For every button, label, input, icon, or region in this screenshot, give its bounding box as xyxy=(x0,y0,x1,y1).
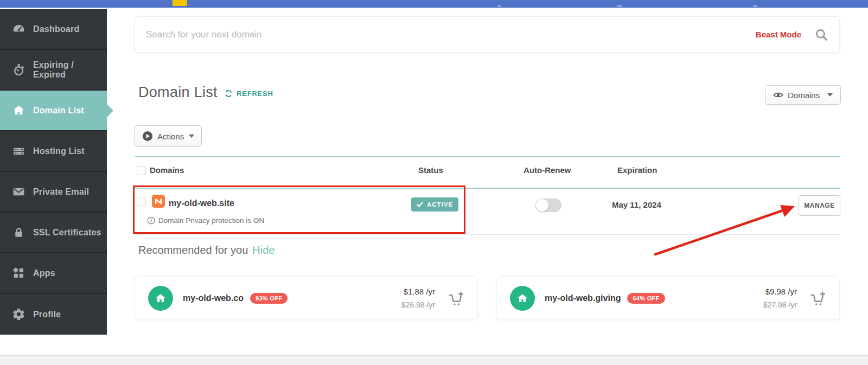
gear-icon xyxy=(12,308,25,321)
domain-name[interactable]: my-old-web.site xyxy=(169,198,234,208)
sidebar-item-expiring-expired[interactable]: Expiring / Expired xyxy=(0,50,107,91)
beast-mode-link[interactable]: Beast Mode xyxy=(756,30,801,39)
lock-icon xyxy=(12,226,25,239)
domain-avatar-icon xyxy=(510,286,535,311)
price-block: $1.88 /yr $26.98 /yr xyxy=(401,285,435,311)
sidebar-item-label: Private Email xyxy=(33,187,89,197)
sidebar: Dashboard Expiring / Expired Domain List xyxy=(0,9,107,335)
app-grid-icon xyxy=(12,266,25,280)
auto-renew-toggle[interactable] xyxy=(535,198,561,212)
refresh-icon xyxy=(224,89,233,98)
envelope-icon xyxy=(12,185,25,198)
server-icon xyxy=(12,144,25,158)
sidebar-item-label: Profile xyxy=(33,310,61,319)
search-icon[interactable] xyxy=(814,28,828,42)
info-icon xyxy=(147,216,155,225)
refresh-label: REFRESH xyxy=(237,89,273,98)
select-all-checkbox[interactable] xyxy=(137,166,146,175)
sidebar-item-profile[interactable]: Profile xyxy=(0,294,107,335)
sidebar-item-label: Apps xyxy=(33,268,55,278)
add-to-cart-icon[interactable] xyxy=(809,290,826,307)
column-header-status: Status xyxy=(418,165,443,175)
sidebar-item-apps[interactable]: Apps xyxy=(0,253,107,294)
recommended-section-title: Recommended for youHide xyxy=(138,244,275,257)
suggested-domain-name: my-old-web.co xyxy=(183,293,244,303)
column-header-domains: Domains xyxy=(150,165,184,175)
toggle-knob xyxy=(536,199,548,212)
domain-list-page: Dashboard Expiring / Expired Domain List xyxy=(0,0,868,365)
sidebar-item-private-email[interactable]: Private Email xyxy=(0,172,107,213)
stopwatch-icon xyxy=(12,63,25,76)
nav-text-fragment xyxy=(617,5,622,7)
annotation-arrow xyxy=(640,195,803,260)
recommended-domain-card[interactable]: my-old-web.giving 64% OFF $9.98 /yr $27.… xyxy=(496,276,840,320)
view-filter-label: Domains xyxy=(788,91,820,100)
top-nav-bar xyxy=(0,0,868,8)
sidebar-item-label: Expiring / Expired xyxy=(33,60,107,80)
chevron-down-icon xyxy=(189,135,194,138)
expiration-date: May 11, 2024 xyxy=(612,200,661,209)
add-to-cart-icon[interactable] xyxy=(447,290,464,307)
column-header-auto-renew: Auto-Renew xyxy=(524,165,571,175)
sidebar-item-label: SSL Certificates xyxy=(33,228,101,238)
recommended-domain-card[interactable]: my-old-web.co 93% OFF $1.88 /yr $26.98 /… xyxy=(135,276,478,320)
sidebar-item-label: Dashboard xyxy=(33,24,79,34)
nav-text-fragment xyxy=(753,5,757,7)
status-badge: ACTIVE xyxy=(411,197,458,212)
row-bottom-border xyxy=(135,234,840,235)
namecheap-domain-icon xyxy=(152,195,165,208)
header-bottom-border xyxy=(135,188,840,189)
hide-link[interactable]: Hide xyxy=(252,244,275,256)
house-icon xyxy=(12,104,25,117)
current-price: $9.98 /yr xyxy=(765,287,797,296)
sidebar-item-label: Hosting List xyxy=(33,146,85,156)
sidebar-item-hosting-list[interactable]: Hosting List xyxy=(0,131,107,172)
check-icon xyxy=(417,202,423,207)
sidebar-item-dashboard[interactable]: Dashboard xyxy=(0,9,107,50)
page-footer-strip xyxy=(0,355,868,365)
suggested-domain-name: my-old-web.giving xyxy=(545,293,621,303)
domain-search-bar: Beast Mode xyxy=(135,16,840,53)
current-price: $1.88 /yr xyxy=(404,287,435,296)
page-title: Domain List xyxy=(138,84,218,101)
price-block: $9.98 /yr $27.98 /yr xyxy=(763,285,797,311)
nav-logo-fragment xyxy=(173,0,187,6)
discount-badge: 64% OFF xyxy=(627,293,665,304)
view-filter-domains-dropdown[interactable]: Domains xyxy=(765,85,841,105)
sidebar-item-label: Domain List xyxy=(33,106,84,116)
actions-dropdown[interactable]: Actions xyxy=(135,125,202,147)
sidebar-item-domain-list[interactable]: Domain List xyxy=(0,91,107,131)
column-header-expiration: Expiration xyxy=(617,165,657,175)
table-top-border xyxy=(135,156,840,157)
sidebar-item-ssl-certificates[interactable]: SSL Certificates xyxy=(0,213,107,253)
chevron-down-icon xyxy=(827,93,833,97)
row-checkbox[interactable] xyxy=(137,197,146,206)
discount-badge: 93% OFF xyxy=(250,293,288,304)
eye-icon xyxy=(773,91,783,99)
play-circle-icon xyxy=(142,131,153,142)
old-price: $26.98 /yr xyxy=(401,300,435,309)
refresh-link[interactable]: REFRESH xyxy=(224,89,273,98)
domain-avatar-icon xyxy=(148,286,173,311)
actions-label: Actions xyxy=(157,132,184,141)
recommended-title-text: Recommended for you xyxy=(138,244,248,256)
nav-text-fragment xyxy=(497,5,501,7)
privacy-note-row: Domain Privacy protection is ON xyxy=(147,216,264,225)
old-price: $27.98 /yr xyxy=(763,300,797,309)
gauge-icon xyxy=(12,22,25,36)
manage-button[interactable]: MANAGE xyxy=(799,195,840,216)
status-label: ACTIVE xyxy=(427,201,453,208)
privacy-note: Domain Privacy protection is ON xyxy=(158,216,264,225)
domain-search-input[interactable] xyxy=(135,29,756,40)
